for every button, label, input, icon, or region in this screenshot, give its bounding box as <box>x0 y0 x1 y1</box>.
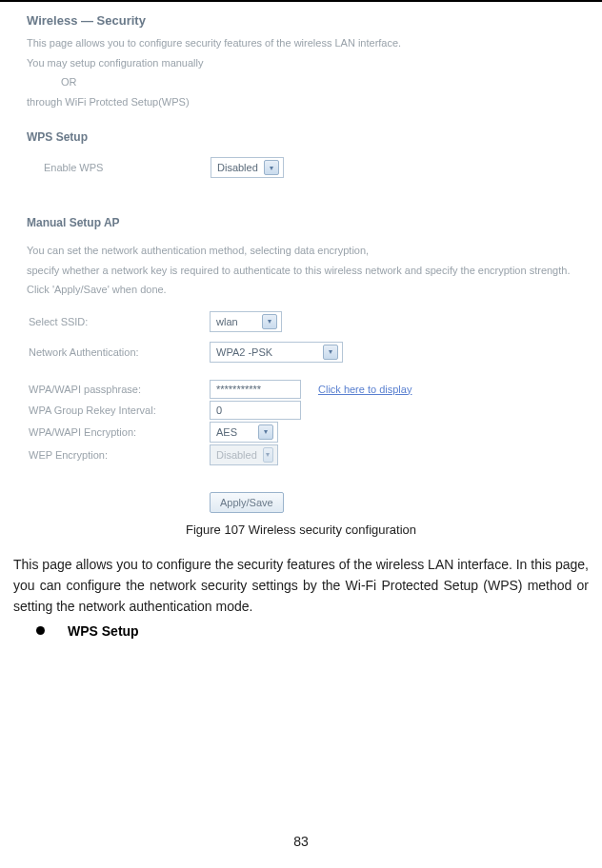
wep-value: Disabled <box>216 449 257 461</box>
passphrase-value: *********** <box>216 384 261 395</box>
display-passphrase-link[interactable]: Click here to display <box>318 384 411 395</box>
apply-save-button[interactable]: Apply/Save <box>210 492 284 513</box>
ssid-select[interactable]: wlan ▾ <box>210 311 282 332</box>
ssid-label: Select SSID: <box>29 316 210 327</box>
bullet-icon <box>36 626 45 635</box>
manual-desc: specify whether a network key is require… <box>27 263 575 279</box>
encryption-select[interactable]: AES ▾ <box>210 422 278 443</box>
enable-wps-value: Disabled <box>217 162 258 173</box>
desc-or: OR <box>61 74 575 90</box>
rekey-label: WPA Group Rekey Interval: <box>29 404 210 416</box>
desc-line: through WiFi Protcted Setup(WPS) <box>27 94 575 110</box>
page-number: 83 <box>0 834 602 849</box>
enable-wps-select[interactable]: Disabled ▾ <box>211 157 284 178</box>
wep-select: Disabled ▾ <box>210 444 278 465</box>
auth-value: WPA2 -PSK <box>216 346 317 358</box>
ssid-row: Select SSID: wlan ▾ <box>27 311 575 332</box>
rekey-row: WPA Group Rekey Interval: 0 <box>27 401 575 420</box>
bullet-label: WPS Setup <box>68 623 139 639</box>
desc-line: You may setup configuration manually <box>27 55 575 71</box>
desc-line: This page allows you to configure securi… <box>27 35 575 51</box>
enable-wps-row: Enable WPS Disabled ▾ <box>27 157 575 178</box>
chevron-down-icon: ▾ <box>258 424 273 440</box>
section-heading-security: Wireless — Security <box>27 13 575 28</box>
auth-row: Network Authentication: WPA2 -PSK ▾ <box>27 342 575 363</box>
rekey-value: 0 <box>216 404 222 416</box>
figure-caption: Figure 107 Wireless security configurati… <box>0 523 602 537</box>
chevron-down-icon: ▾ <box>263 447 273 463</box>
wep-label: WEP Encryption: <box>29 449 210 461</box>
manual-desc: You can set the network authentication m… <box>27 243 575 259</box>
chevron-down-icon: ▾ <box>323 345 338 360</box>
bullet-item: WPS Setup <box>36 623 602 639</box>
encryption-row: WPA/WAPI Encryption: AES ▾ <box>27 422 575 443</box>
manual-desc: Click 'Apply/Save' when done. <box>27 282 575 298</box>
body-paragraph: This page allows you to configure the se… <box>13 554 589 618</box>
passphrase-row: WPA/WAPI passphrase: *********** Click h… <box>27 380 575 399</box>
chevron-down-icon: ▾ <box>262 314 277 329</box>
config-screenshot: Wireless — Security This page allows you… <box>0 0 602 513</box>
auth-label: Network Authentication: <box>29 346 210 358</box>
passphrase-label: WPA/WAPI passphrase: <box>29 384 210 395</box>
encryption-label: WPA/WAPI Encryption: <box>29 426 210 438</box>
wps-section-heading: WPS Setup <box>27 130 575 144</box>
encryption-value: AES <box>216 426 252 438</box>
passphrase-input[interactable]: *********** <box>210 380 301 399</box>
auth-select[interactable]: WPA2 -PSK ▾ <box>210 342 343 363</box>
manual-section-heading: Manual Setup AP <box>27 216 575 229</box>
wep-row: WEP Encryption: Disabled ▾ <box>27 444 575 465</box>
enable-wps-label: Enable WPS <box>44 162 211 173</box>
rekey-input[interactable]: 0 <box>210 401 301 420</box>
button-row: Apply/Save <box>27 492 575 513</box>
chevron-down-icon: ▾ <box>264 160 279 175</box>
ssid-value: wlan <box>216 316 256 327</box>
